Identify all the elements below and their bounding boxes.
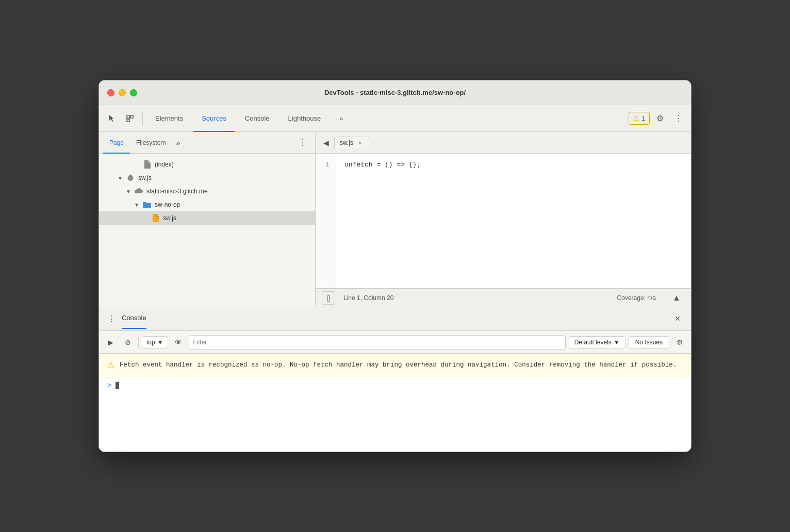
block-button[interactable]: ⊘ [121, 335, 135, 350]
line-numbers: 1 [316, 154, 336, 288]
run-icon: ▶ [108, 338, 113, 346]
warning-triangle-icon: ⚠ [107, 360, 114, 370]
block-icon: ⊘ [125, 338, 131, 346]
filter-input[interactable] [189, 335, 566, 350]
file-sw-js[interactable]: sw.js [99, 211, 315, 225]
left-panel: Page Filesystem » ⋮ [99, 132, 316, 307]
tab-lighthouse[interactable]: Lighthouse [280, 105, 330, 132]
console-title: Console [122, 314, 146, 324]
levels-button[interactable]: Default levels ▼ [569, 336, 626, 348]
editor-status-bar: {} Line 1, Column 20 Coverage: n/a ▲ [316, 288, 691, 307]
editor-back-button[interactable]: ◀ [320, 137, 332, 149]
file-sw-root[interactable]: ▼ sw.js [99, 171, 315, 185]
console-divider [138, 337, 139, 348]
levels-arrow-icon: ▼ [614, 339, 620, 346]
eye-button[interactable]: 👁 [171, 335, 186, 350]
tree-arrow-sw: ▼ [118, 175, 124, 181]
no-issues-button[interactable]: No Issues [629, 336, 669, 348]
console-close-button[interactable]: × [670, 312, 685, 326]
run-script-button[interactable]: ▶ [103, 335, 118, 350]
editor-tab-sw-js[interactable]: sw.js × [334, 137, 369, 148]
cloud-icon [134, 187, 143, 196]
file-folder[interactable]: ▼ sw-no-op [99, 198, 315, 211]
editor-tab-close[interactable]: × [356, 139, 364, 146]
warning-count: 1 [641, 115, 645, 122]
warning-badge[interactable]: ⚠ 1 [629, 112, 650, 125]
tab-console[interactable]: Console [237, 105, 278, 132]
console-prompt: > [107, 381, 111, 390]
settings-icon: ⚙ [677, 338, 683, 346]
settings-button[interactable]: ⚙ [652, 110, 668, 127]
svg-rect-0 [127, 115, 129, 118]
editor-tab-label: sw.js [340, 139, 353, 146]
code-content[interactable]: onfetch = () => {}; [336, 154, 691, 288]
window-title: DevTools - static-misc-3.glitch.me/sw-no… [324, 89, 466, 96]
svg-rect-2 [127, 119, 129, 122]
file-icon [142, 160, 152, 169]
line-number-1: 1 [325, 161, 330, 169]
format-button[interactable]: {} [322, 291, 335, 305]
coverage-status: Coverage: n/a [617, 294, 656, 302]
right-panel: ◀ sw.js × 1 onfetch = () => {}; {} Line … [316, 132, 691, 307]
console-content: ⚠ Fetch event handler is recognized as n… [99, 354, 691, 452]
tab-more[interactable]: » [331, 105, 351, 132]
toolbar-right: ⚠ 1 ⚙ ⋮ [629, 110, 687, 127]
console-menu-button[interactable]: ⋮ [105, 313, 118, 325]
context-label: top [146, 339, 155, 346]
gear-icon [126, 173, 135, 182]
context-arrow-icon: ▼ [157, 339, 163, 346]
domain-label: static-misc-3.glitch.me [146, 188, 208, 195]
more-options-button[interactable]: ⋮ [670, 110, 687, 127]
context-selector[interactable]: top ▼ [142, 336, 168, 348]
tree-arrow-folder: ▼ [134, 202, 140, 208]
tab-page[interactable]: Page [103, 132, 130, 154]
code-area: 1 onfetch = () => {}; [316, 154, 691, 288]
levels-label: Default levels [574, 339, 612, 346]
warning-text: Fetch event handler is recognized as no-… [120, 360, 677, 371]
inspect-icon[interactable] [122, 110, 138, 127]
devtools-window: DevTools - static-misc-3.glitch.me/sw-no… [98, 80, 692, 452]
file-index[interactable]: (index) [99, 158, 315, 171]
title-bar: DevTools - static-misc-3.glitch.me/sw-no… [99, 80, 691, 105]
js-file-icon [151, 213, 160, 223]
tree-arrow-domain: ▼ [126, 189, 132, 194]
panel-tab-actions: ⋮ [294, 135, 311, 151]
editor-tabs: ◀ sw.js × [316, 132, 691, 154]
file-label: (index) [155, 161, 174, 168]
sw-js-label: sw.js [163, 214, 176, 222]
maximize-traffic-light[interactable] [130, 89, 137, 96]
eye-icon: 👁 [175, 338, 182, 346]
warning-icon: ⚠ [633, 114, 639, 122]
toolbar-divider [142, 111, 143, 126]
cursor-icon[interactable] [103, 110, 120, 127]
minimize-traffic-light[interactable] [119, 89, 126, 96]
main-content: Page Filesystem » ⋮ [99, 132, 691, 307]
tab-sources[interactable]: Sources [193, 105, 235, 132]
tab-elements[interactable]: Elements [147, 105, 191, 132]
console-cursor [116, 382, 119, 389]
tab-more-panels[interactable]: » [172, 132, 184, 154]
cursor-position: Line 1, Column 20 [343, 294, 393, 302]
console-settings-button[interactable]: ⚙ [672, 335, 687, 350]
console-toolbar: ▶ ⊘ top ▼ 👁 Default levels ▼ No Issues [99, 331, 691, 354]
folder-label: sw-no-op [155, 201, 180, 208]
sw-root-label: sw.js [138, 174, 152, 181]
top-toolbar: Elements Sources Console Lighthouse » ⚠ … [99, 105, 691, 132]
file-tree: (index) ▼ sw.js ▼ static-misc-3.glit [99, 154, 315, 307]
panel-tabs: Page Filesystem » ⋮ [99, 132, 315, 154]
file-domain[interactable]: ▼ static-misc-3.glitch.me [99, 185, 315, 198]
warning-message: ⚠ Fetch event handler is recognized as n… [99, 354, 691, 377]
close-traffic-light[interactable] [107, 89, 114, 96]
panel-menu-button[interactable]: ⋮ [294, 135, 311, 151]
status-up-button[interactable]: ▲ [668, 290, 685, 306]
console-section: ⋮ Console × ▶ ⊘ top ▼ 👁 [99, 307, 691, 452]
tab-filesystem[interactable]: Filesystem [130, 132, 172, 154]
console-header: ⋮ Console × [99, 307, 691, 331]
folder-icon [142, 200, 152, 209]
svg-rect-1 [130, 115, 133, 118]
console-input-line: > [99, 377, 691, 394]
traffic-lights [107, 89, 137, 96]
